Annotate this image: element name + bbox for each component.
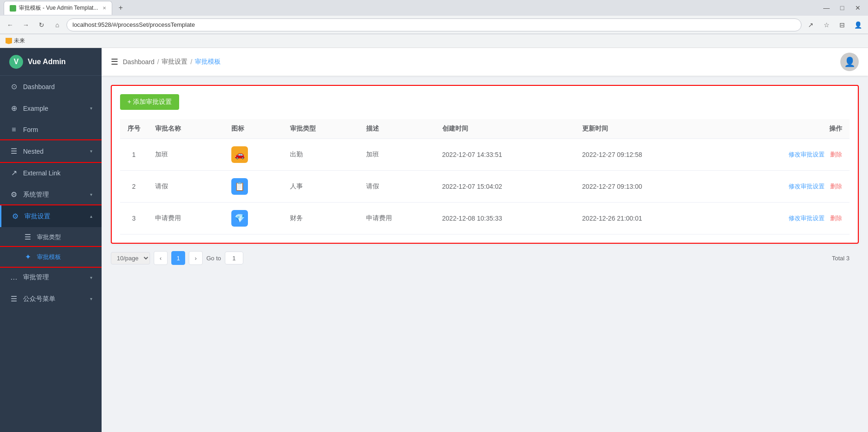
breadcrumb-approval-settings[interactable]: 审批设置 <box>162 58 187 66</box>
sidebar-item-dashboard[interactable]: ⊙ Dashboard <box>0 76 102 97</box>
breadcrumb-approval-template[interactable]: 审批模板 <box>195 58 221 66</box>
delete-action-link[interactable]: 删除 <box>830 215 842 222</box>
delete-action-link[interactable]: 删除 <box>830 183 842 190</box>
close-window-button[interactable]: ✕ <box>851 1 864 14</box>
address-bar[interactable]: localhost:9528/#/processSet/processTempl… <box>66 18 802 31</box>
cell-index: 3 <box>120 203 148 234</box>
sidebar-item-label: Example <box>23 105 90 112</box>
cell-created: 2022-12-08 10:35:33 <box>435 203 575 234</box>
sidebar-item-label: Dashboard <box>23 83 92 90</box>
approval-settings-arrow-icon: ▴ <box>90 214 92 219</box>
bookmark-future[interactable]: 未来 <box>6 37 25 45</box>
new-tab-button[interactable]: + <box>114 1 127 14</box>
cell-icon: 💎 <box>224 203 283 234</box>
table-row: 3 申请费用 💎 财务 申请费用 2022-12-08 10:35:33 202… <box>120 203 850 234</box>
header: ☰ Dashboard / 审批设置 / 审批模板 👤 <box>102 48 868 76</box>
cell-desc: 请假 <box>359 171 435 203</box>
edit-action-link[interactable]: 修改审批设置 <box>789 215 825 222</box>
app-container: V Vue Admin ⊙ Dashboard ⊕ Example ▾ ≡ Fo… <box>0 48 868 432</box>
sidebar-item-example[interactable]: ⊕ Example ▾ <box>0 97 102 119</box>
browser-tab[interactable]: 审批模板 - Vue Admin Templat... ✕ <box>4 1 112 15</box>
add-button-label: + 添加审批设置 <box>127 98 172 106</box>
restore-button[interactable]: □ <box>836 1 849 14</box>
bookmark-button[interactable]: ☆ <box>820 18 833 31</box>
cell-type: 出勤 <box>283 139 359 171</box>
sidebar-item-system[interactable]: ⚙ 系统管理 ▾ <box>0 184 102 205</box>
breadcrumb-sep-1: / <box>157 58 159 66</box>
prev-page-button[interactable]: ‹ <box>154 251 168 265</box>
add-approval-button[interactable]: + 添加审批设置 <box>120 94 179 110</box>
url-text: localhost:9528/#/processSet/processTempl… <box>72 21 195 28</box>
breadcrumb-dashboard[interactable]: Dashboard <box>123 58 155 66</box>
split-view-button[interactable]: ⊟ <box>836 18 849 31</box>
system-arrow-icon: ▾ <box>90 192 92 197</box>
profile-button[interactable]: 👤 <box>851 18 864 31</box>
cell-name: 加班 <box>148 139 224 171</box>
sidebar-item-approval-management[interactable]: … 审批管理 ▾ <box>0 267 102 288</box>
address-bar-row: ← → ↻ ⌂ localhost:9528/#/processSet/proc… <box>0 16 868 34</box>
page-size-select[interactable]: 10/page 20/page 50/page <box>111 252 150 264</box>
minimize-button[interactable]: — <box>820 1 833 14</box>
edit-action-link[interactable]: 修改审批设置 <box>789 183 825 190</box>
home-button[interactable]: ⌂ <box>51 18 64 31</box>
table-header-row: 序号 审批名称 图标 审批类型 描述 创建时间 更新时间 操作 <box>120 119 850 139</box>
col-header-name: 审批名称 <box>148 119 224 139</box>
wechat-menu-icon: ☰ <box>9 294 18 303</box>
icon-badge: 🚗 <box>231 146 248 163</box>
approval-management-icon: … <box>9 273 18 282</box>
back-button[interactable]: ← <box>4 18 17 31</box>
system-icon: ⚙ <box>9 190 18 199</box>
hamburger-icon[interactable]: ☰ <box>111 57 118 67</box>
forward-button[interactable]: → <box>19 18 32 31</box>
logo-icon: V <box>9 55 23 69</box>
cell-updated: 2022-12-27 09:13:00 <box>575 171 715 203</box>
cell-name: 请假 <box>148 171 224 203</box>
page-1-button[interactable]: 1 <box>171 251 185 265</box>
data-table: 序号 审批名称 图标 审批类型 描述 创建时间 更新时间 操作 1 加班 <box>120 119 850 234</box>
cell-type: 财务 <box>283 203 359 234</box>
edit-action-link[interactable]: 修改审批设置 <box>789 151 825 158</box>
sidebar-item-approval-settings[interactable]: ⚙ 审批设置 ▴ <box>0 205 102 227</box>
col-header-desc: 描述 <box>359 119 435 139</box>
form-icon: ≡ <box>9 126 18 134</box>
total-text: Total 3 <box>832 255 859 262</box>
share-button[interactable]: ↗ <box>804 18 817 31</box>
reload-button[interactable]: ↻ <box>35 18 48 31</box>
sidebar-item-label: 公众号菜单 <box>23 295 90 303</box>
avatar[interactable]: 👤 <box>840 53 859 71</box>
sidebar-sub-item-approval-type[interactable]: ☰ 审批类型 <box>0 227 102 247</box>
cell-updated: 2022-12-27 09:12:58 <box>575 139 715 171</box>
approval-type-icon: ☰ <box>23 233 32 241</box>
sidebar-item-external-link[interactable]: ↗ External Link <box>0 162 102 184</box>
delete-action-link[interactable]: 删除 <box>830 151 842 158</box>
icon-badge: 📋 <box>231 178 248 195</box>
goto-input[interactable] <box>225 252 243 264</box>
icon-badge: 💎 <box>231 210 248 227</box>
bookmark-label: 未来 <box>14 37 25 45</box>
col-header-updated: 更新时间 <box>575 119 715 139</box>
sidebar-item-label: 系统管理 <box>23 191 90 199</box>
cell-desc: 加班 <box>359 139 435 171</box>
tab-close-button[interactable]: ✕ <box>102 6 106 11</box>
cell-created: 2022-12-07 15:04:02 <box>435 171 575 203</box>
table-row: 1 加班 🚗 出勤 加班 2022-12-07 14:33:51 2022-12… <box>120 139 850 171</box>
sidebar-item-nested[interactable]: ☰ Nested ▾ <box>0 140 102 162</box>
sidebar-sub-item-approval-template[interactable]: ✦ 审批模板 <box>0 247 102 267</box>
nested-icon: ☰ <box>9 147 18 156</box>
cell-actions: 修改审批设置 删除 <box>715 139 850 171</box>
col-header-type: 审批类型 <box>283 119 359 139</box>
cell-name: 申请费用 <box>148 203 224 234</box>
next-page-button[interactable]: › <box>189 251 203 265</box>
bookmarks-bar: 未来 <box>0 34 868 48</box>
content-card: + 添加审批设置 序号 审批名称 图标 审批类型 描述 创建时间 更新时间 <box>111 85 859 244</box>
sidebar-item-wechat-menu[interactable]: ☰ 公众号菜单 ▾ <box>0 288 102 310</box>
wechat-menu-arrow-icon: ▾ <box>90 296 92 301</box>
cell-index: 2 <box>120 171 148 203</box>
col-header-index: 序号 <box>120 119 148 139</box>
sidebar-sub-item-label: 审批类型 <box>37 233 61 241</box>
sidebar-item-form[interactable]: ≡ Form <box>0 119 102 140</box>
cell-icon: 📋 <box>224 171 283 203</box>
pagination-bar: 10/page 20/page 50/page ‹ 1 › Go to Tota… <box>111 244 859 272</box>
sidebar: V Vue Admin ⊙ Dashboard ⊕ Example ▾ ≡ Fo… <box>0 48 102 432</box>
nested-arrow-icon: ▾ <box>90 149 92 154</box>
